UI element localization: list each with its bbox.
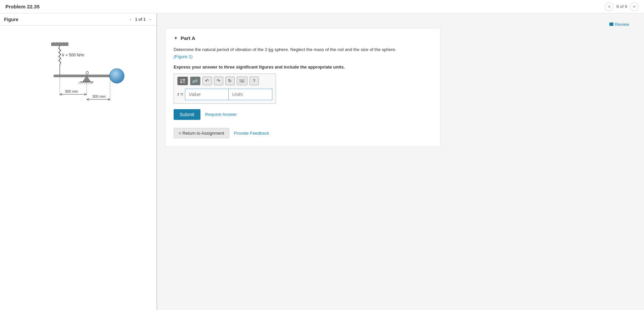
- figure-page: 1 of 1: [135, 17, 145, 22]
- svg-rect-45: [243, 80, 244, 81]
- svg-rect-42: [240, 80, 241, 81]
- svg-rect-38: [183, 79, 185, 81]
- undo-button[interactable]: ↶: [202, 77, 212, 85]
- redo-button[interactable]: ↷: [214, 77, 223, 85]
- figure-nav: ‹ 1 of 1 ›: [128, 16, 152, 23]
- bottom-row: < Return to Assignment Provide Feedback: [174, 128, 432, 138]
- right-panel: Review ▼ Part A Determine the natural pe…: [157, 13, 644, 310]
- svg-rect-39: [180, 81, 182, 83]
- svg-rect-43: [241, 80, 242, 81]
- figure-prev-button[interactable]: ‹: [128, 16, 133, 23]
- problem-text: Determine the natural period of vibratio…: [174, 46, 432, 60]
- express-text: Express your answer to three significant…: [174, 64, 432, 70]
- request-answer-link[interactable]: Request Answer: [205, 112, 237, 117]
- figure-title: Figure: [4, 17, 18, 22]
- help-button[interactable]: ?: [249, 77, 259, 85]
- value-input[interactable]: [185, 89, 229, 100]
- feedback-link[interactable]: Provide Feedback: [234, 131, 269, 136]
- matrix-button[interactable]: [177, 77, 188, 85]
- action-row: Submit Request Answer: [174, 109, 432, 120]
- svg-rect-44: [242, 80, 243, 81]
- svg-line-12: [78, 82, 80, 84]
- part-a-card: ▼ Part A Determine the natural period of…: [165, 28, 441, 147]
- refresh-button[interactable]: ↻: [225, 77, 235, 85]
- svg-text:O: O: [86, 71, 89, 75]
- svg-text:300 mm: 300 mm: [65, 89, 78, 93]
- main-layout: Figure ‹ 1 of 1 ›: [0, 13, 644, 310]
- figure-next-button[interactable]: ›: [148, 16, 152, 23]
- svg-rect-46: [240, 81, 243, 82]
- review-link[interactable]: Review: [609, 22, 629, 27]
- svg-text:= 500 N/m: = 500 N/m: [65, 53, 84, 57]
- figure-link[interactable]: (Figure 1): [174, 54, 192, 59]
- svg-rect-37: [180, 79, 182, 81]
- part-title: Part A: [181, 35, 195, 41]
- nav-controls: < 9 of 9 >: [605, 2, 639, 11]
- next-button[interactable]: >: [630, 2, 639, 11]
- prev-button[interactable]: <: [605, 2, 613, 11]
- keyboard-button[interactable]: [237, 77, 247, 85]
- svg-rect-40: [183, 81, 185, 83]
- nav-count: 9 of 9: [616, 4, 627, 9]
- tau-label: τ =: [177, 92, 183, 97]
- problem-title: Problem 22.35: [5, 4, 40, 9]
- svg-text:300 mm: 300 mm: [92, 94, 106, 98]
- svg-rect-0: [51, 43, 68, 46]
- return-button[interactable]: < Return to Assignment: [174, 128, 229, 138]
- mu-button[interactable]: μA: [190, 77, 200, 85]
- submit-button[interactable]: Submit: [174, 109, 200, 120]
- units-input[interactable]: [229, 89, 272, 100]
- left-panel: Figure ‹ 1 of 1 ›: [0, 13, 157, 310]
- figure-content: k = 500 N/m: [0, 26, 156, 310]
- answer-input-row: τ =: [177, 89, 272, 100]
- header: Problem 22.35 < 9 of 9 >: [0, 0, 644, 13]
- svg-rect-41: [239, 79, 245, 83]
- math-editor: μA ↶ ↷ ↻ ?: [174, 74, 276, 104]
- part-header: ▼ Part A: [174, 35, 432, 41]
- figure-header: Figure ‹ 1 of 1 ›: [0, 13, 156, 26]
- review-area: Review: [165, 19, 636, 28]
- part-collapse-arrow[interactable]: ▼: [174, 36, 178, 41]
- figure-svg: k = 500 N/m: [21, 42, 135, 110]
- svg-text:k: k: [62, 53, 64, 57]
- svg-point-21: [109, 69, 124, 83]
- toolbar: μA ↶ ↷ ↻ ?: [177, 77, 272, 85]
- review-icon: [609, 23, 613, 26]
